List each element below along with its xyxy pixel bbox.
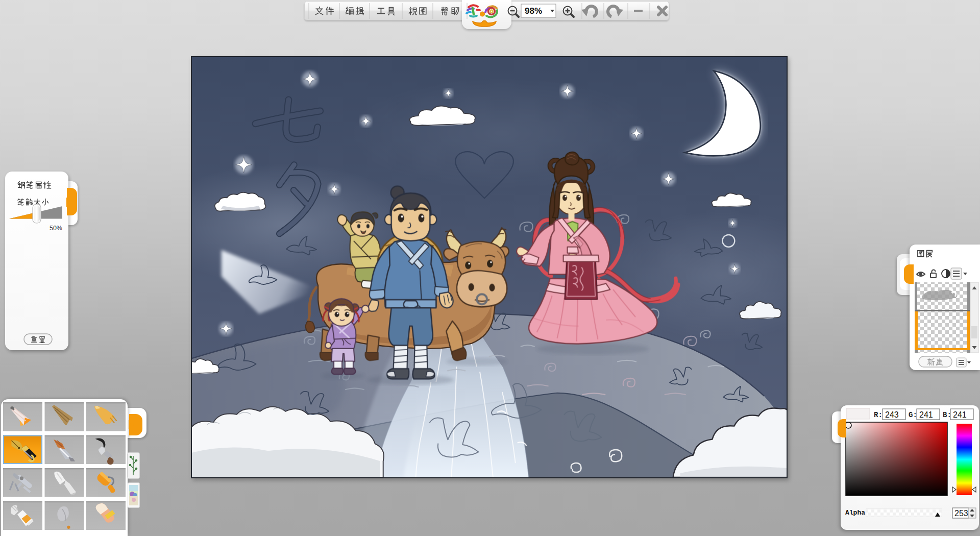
svg-text:B:: B:: [943, 411, 951, 419]
svg-text:Alpha: Alpha: [845, 509, 865, 517]
svg-text:R:: R:: [874, 411, 883, 419]
svg-text:G:: G:: [909, 411, 917, 419]
svg-text:241: 241: [953, 410, 967, 419]
svg-text:243: 243: [885, 410, 899, 419]
svg-text:98%: 98%: [525, 6, 542, 16]
svg-text:50%: 50%: [50, 225, 62, 232]
svg-text:253: 253: [954, 509, 968, 518]
svg-text:241: 241: [919, 410, 933, 419]
